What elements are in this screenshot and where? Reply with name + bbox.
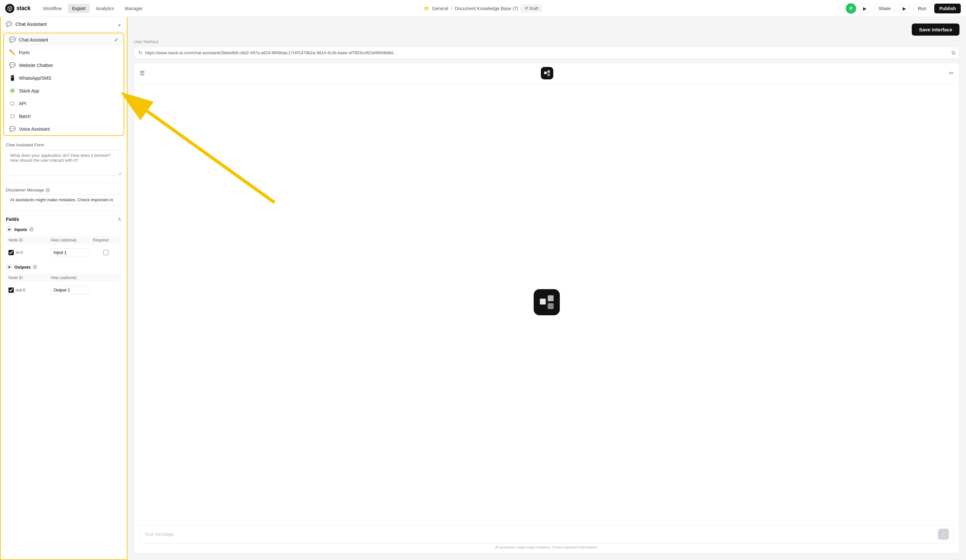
send-button[interactable]: ↑ bbox=[938, 529, 949, 540]
preview-bottom: Your message... ↑ AI assistants might ma… bbox=[134, 521, 959, 553]
avatar: P bbox=[846, 3, 856, 14]
outputs-subsection: ➤ Outputs i Node ID Alias (optional) out… bbox=[6, 264, 122, 296]
url-label: User Interface bbox=[134, 39, 959, 44]
nav-tab-manager[interactable]: Manager bbox=[120, 4, 147, 13]
play-triangle-button[interactable]: ▶ bbox=[859, 3, 870, 13]
output-row-checkbox[interactable] bbox=[8, 287, 14, 293]
form-content: Chat Assistant Form Disclaimer Message i… bbox=[1, 137, 127, 559]
top-nav: stack Workflow Export Analytics Manager … bbox=[0, 0, 966, 17]
url-refresh-icon: ↻ bbox=[138, 50, 143, 56]
table-row: out-0 bbox=[6, 284, 122, 296]
inputs-info-icon: i bbox=[29, 227, 34, 232]
whatsapp-icon: 📱 bbox=[9, 75, 16, 81]
chat-icon: 💬 bbox=[6, 21, 12, 27]
fields-section: Fields ∧ ➤ Inputs i Node ID Alias (optio… bbox=[1, 211, 127, 307]
inputs-subsection: ➤ Inputs i Node ID Alias (optional) Requ… bbox=[6, 226, 122, 258]
out-col-node-id: Node ID bbox=[8, 276, 48, 280]
save-interface-button[interactable]: Save Interface bbox=[912, 23, 959, 36]
description-section: Chat Assistant Form bbox=[1, 137, 127, 182]
logo-text: stack bbox=[16, 5, 31, 12]
nav-tab-workflow[interactable]: Workflow bbox=[39, 4, 66, 13]
url-bar: ↻ https://www.stack-ai.com/chat-assistan… bbox=[134, 47, 959, 59]
disclaimer-label: Disclaimer Message i bbox=[6, 187, 122, 192]
nav-tab-export[interactable]: Export bbox=[67, 4, 90, 13]
run-icon-button[interactable]: ▶ bbox=[899, 3, 910, 13]
breadcrumb-separator: / bbox=[451, 6, 452, 11]
breadcrumb-folder: General bbox=[432, 6, 449, 11]
svg-rect-1 bbox=[544, 72, 547, 74]
disclaimer-info-icon: i bbox=[45, 188, 50, 192]
publish-button[interactable]: Publish bbox=[934, 3, 961, 13]
output-alias-field[interactable] bbox=[51, 286, 90, 294]
url-text: https://www.stack-ai.com/chat-assistant/… bbox=[145, 50, 949, 55]
outputs-header: ➤ Outputs i bbox=[6, 264, 122, 270]
disclaimer-section: Disclaimer Message i bbox=[1, 182, 127, 211]
nav-tabs: Workflow Export Analytics Manager bbox=[39, 4, 147, 13]
outputs-title: Outputs bbox=[15, 264, 31, 269]
collapse-fields-button[interactable]: ∧ bbox=[118, 216, 122, 222]
form-icon: ✏️ bbox=[9, 49, 16, 56]
draft-label: Draft bbox=[529, 6, 539, 11]
right-panel-header: Save Interface bbox=[134, 23, 959, 36]
input-alias-field[interactable] bbox=[51, 248, 90, 256]
right-panel: Save Interface User Interface ↻ https://… bbox=[127, 17, 966, 560]
inputs-title: Inputs bbox=[15, 227, 27, 232]
menu-item-chat-assistant[interactable]: 💬 Chat Assistant ✓ bbox=[4, 33, 123, 46]
draft-badge[interactable]: ↺ Draft bbox=[521, 5, 542, 12]
slack-icon: ✳️ bbox=[9, 87, 16, 94]
preview-menu-icon[interactable]: ☰ bbox=[140, 70, 145, 77]
batch-icon: ⬡ bbox=[9, 113, 16, 119]
breadcrumb: 📁 General / Document Knowledge Base (7) … bbox=[424, 5, 542, 12]
outputs-icon: ➤ bbox=[6, 264, 12, 270]
copy-url-button[interactable]: ⧉ bbox=[951, 50, 955, 56]
preview-edit-icon[interactable]: ✏ bbox=[949, 70, 954, 77]
input-node-id: in-0 bbox=[16, 250, 23, 255]
menu-item-whatsapp-label: WhatsApp/SMS bbox=[19, 76, 51, 81]
nav-tab-analytics[interactable]: Analytics bbox=[91, 4, 118, 13]
svg-rect-4 bbox=[540, 299, 546, 304]
message-placeholder: Your message... bbox=[145, 532, 935, 537]
check-icon: ✓ bbox=[114, 37, 118, 43]
svg-rect-6 bbox=[548, 303, 554, 309]
menu-item-slack[interactable]: ✳️ Slack App bbox=[4, 84, 123, 97]
refresh-icon: ↺ bbox=[524, 6, 528, 11]
menu-item-form[interactable]: ✏️ Form bbox=[4, 46, 123, 59]
folder-icon: 📁 bbox=[424, 6, 429, 11]
menu-item-api[interactable]: ⬡ API bbox=[4, 97, 123, 110]
menu-item-batch[interactable]: ⬡ Batch bbox=[4, 110, 123, 123]
menu-item-voice-assistant-label: Voice Assistant bbox=[19, 126, 50, 132]
out-col-alias: Alias (optional) bbox=[51, 276, 90, 280]
menu-item-whatsapp[interactable]: 📱 WhatsApp/SMS bbox=[4, 72, 123, 84]
chevron-down-icon: ⌄ bbox=[117, 21, 122, 27]
menu-item-slack-label: Slack App bbox=[19, 88, 39, 94]
col-required: Required bbox=[93, 238, 119, 242]
preview-area: ☰ ✏ bbox=[134, 63, 959, 553]
share-button[interactable]: Share bbox=[874, 3, 895, 13]
menu-item-batch-label: Batch bbox=[19, 114, 31, 119]
description-label: Chat Assistant Form bbox=[6, 143, 122, 147]
menu-item-website-chatbot-label: Website Chatbot bbox=[19, 63, 53, 68]
dropdown-selected-label: Chat Assistant bbox=[15, 21, 47, 27]
left-panel: 💬 Chat Assistant ⌄ 💬 Chat Assistant ✓ ✏️… bbox=[0, 17, 127, 560]
menu-item-website-chatbot[interactable]: 💬 Website Chatbot bbox=[4, 59, 123, 72]
breadcrumb-item: Document Knowledge Base (7) bbox=[455, 6, 518, 11]
api-icon: ⬡ bbox=[9, 100, 16, 107]
inputs-header: ➤ Inputs i bbox=[6, 226, 122, 233]
disclaimer-input[interactable] bbox=[6, 194, 122, 205]
svg-rect-5 bbox=[548, 296, 554, 301]
fields-title: Fields bbox=[6, 217, 19, 222]
website-chatbot-icon: 💬 bbox=[9, 62, 16, 68]
interface-type-dropdown[interactable]: 💬 Chat Assistant ⌄ bbox=[1, 17, 127, 31]
inputs-table-header: Node ID Alias (optional) Required bbox=[6, 236, 122, 245]
input-required-checkbox[interactable] bbox=[103, 250, 108, 255]
nav-right: P ▶ Share ▶ Run Publish bbox=[846, 3, 961, 14]
run-button[interactable]: Run bbox=[913, 3, 932, 13]
fields-header: Fields ∧ bbox=[6, 216, 122, 222]
col-alias: Alias (optional) bbox=[51, 238, 90, 242]
menu-item-voice-assistant[interactable]: 💬 Voice Assistant bbox=[4, 123, 123, 135]
input-row-checkbox[interactable] bbox=[8, 250, 14, 255]
preview-center bbox=[134, 84, 959, 521]
inputs-icon: ➤ bbox=[6, 226, 12, 233]
preview-logo bbox=[541, 67, 553, 79]
description-textarea[interactable] bbox=[6, 149, 122, 176]
